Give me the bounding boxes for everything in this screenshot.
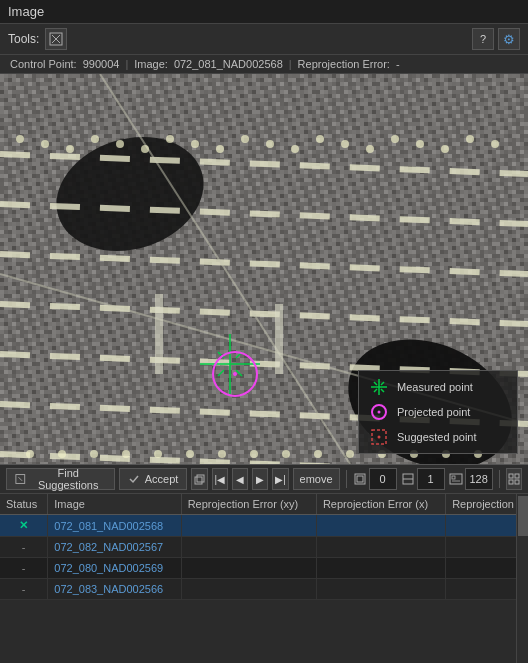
rep-x-cell [316,579,445,600]
table-row[interactable]: -072_083_NAD002566 [0,579,528,600]
rep-xy-cell [181,515,316,537]
projected-label: Projected point [397,406,470,418]
col-rep-x: Reprojection Error (x) [316,494,445,515]
measured-label: Measured point [397,381,473,393]
data-table: Status Image Reprojection Error (xy) Rep… [0,494,528,600]
table-row[interactable]: -072_080_NAD002569 [0,558,528,579]
val2-container: 1 [401,468,445,490]
help-button[interactable]: ? [472,28,494,50]
rep-x-cell [316,515,445,537]
title-label: Image [8,4,44,19]
svg-rect-24 [197,475,204,482]
remove-button[interactable]: emove [293,468,340,490]
table-row[interactable]: -072_082_NAD002567 [0,537,528,558]
edit-tool-button[interactable] [45,28,67,50]
status-dash: - [22,541,26,553]
crop-icon [353,472,367,486]
nav-last-button[interactable]: ▶| [272,468,288,490]
legend-suggested: Suggested point [369,427,507,447]
grid-view-button[interactable] [506,468,522,490]
image-label: Image: [134,58,168,70]
status-dash: - [22,583,26,595]
status-dash: - [22,562,26,574]
svg-line-16 [381,382,384,385]
control-point-label: Control Point: [10,58,77,70]
suggested-icon [369,427,389,447]
settings-button[interactable]: ⚙ [498,28,520,50]
svg-line-14 [381,389,384,392]
copy-icon [194,474,205,485]
table-header-row: Status Image Reprojection Error (xy) Rep… [0,494,528,515]
svg-point-20 [378,436,381,439]
layer-icon [401,472,415,486]
table-wrapper: Status Image Reprojection Error (xy) Rep… [0,494,528,663]
scrollbar[interactable] [516,494,528,663]
control-point-value: 990004 [83,58,120,70]
rep-x-cell [316,558,445,579]
table-row[interactable]: ✕072_081_NAD002568 [0,515,528,537]
val1-display: 0 [369,468,397,490]
projected-icon [369,402,389,422]
bottom-toolbar: Find Suggestions Accept |◀ ◀ ▶ ▶| emove … [0,464,528,494]
svg-point-18 [378,411,381,414]
svg-rect-32 [509,474,513,478]
col-status: Status [0,494,48,515]
status-cell: ✕ [0,515,48,537]
svg-rect-23 [195,477,202,484]
find-icon [15,473,26,485]
image-cell[interactable]: 072_081_NAD002568 [48,515,181,537]
status-cell: - [0,537,48,558]
reprojection-label: Reprojection Error: [298,58,390,70]
accept-icon [128,473,140,485]
svg-rect-34 [509,480,513,484]
toolbar: Tools: ? ⚙ [0,24,528,55]
accept-button[interactable]: Accept [119,468,188,490]
image-link[interactable]: 072_082_NAD002567 [54,541,163,553]
image-link[interactable]: 072_081_NAD002568 [54,520,163,532]
rep-xy-cell [181,537,316,558]
val3-container: 128 [449,468,493,490]
image-cell[interactable]: 072_082_NAD002567 [48,537,181,558]
image-link[interactable]: 072_083_NAD002566 [54,583,163,595]
col-rep-xy: Reprojection Error (xy) [181,494,316,515]
tools-label: Tools: [8,32,39,46]
title-bar: Image [0,0,528,24]
col-image: Image [48,494,181,515]
image-cell[interactable]: 072_080_NAD002569 [48,558,181,579]
val2-display: 1 [417,468,445,490]
legend-measured: Measured point [369,377,507,397]
svg-rect-35 [515,480,519,484]
image-value: 072_081_NAD002568 [174,58,283,70]
val1-container: 0 [353,468,397,490]
scrollbar-thumb[interactable] [518,496,528,536]
image-viewport[interactable]: Measured point Projected point Suggested… [0,74,528,464]
image-cell[interactable]: 072_083_NAD002566 [48,579,181,600]
svg-rect-33 [515,474,519,478]
svg-rect-30 [452,476,455,479]
legend-box: Measured point Projected point Suggested… [358,370,518,454]
nav-prev-button[interactable]: ◀ [232,468,248,490]
rep-xy-cell [181,579,316,600]
measured-icon [369,377,389,397]
svg-line-15 [374,389,377,392]
image-link[interactable]: 072_080_NAD002569 [54,562,163,574]
svg-rect-26 [357,476,363,482]
status-cell: - [0,558,48,579]
legend-projected: Projected point [369,402,507,422]
nav-next-button[interactable]: ▶ [252,468,268,490]
svg-line-22 [19,477,23,481]
grid-icon [508,473,520,485]
val3-display: 128 [465,468,493,490]
image-icon [449,472,463,486]
nav-first-button[interactable]: |◀ [212,468,228,490]
suggested-label: Suggested point [397,431,477,443]
svg-line-13 [374,382,377,385]
info-bar: Control Point: 990004 | Image: 072_081_N… [0,55,528,74]
rep-x-cell [316,537,445,558]
status-cell: - [0,579,48,600]
find-suggestions-button[interactable]: Find Suggestions [6,468,115,490]
copy-button[interactable] [191,468,207,490]
status-check: ✕ [19,519,28,531]
reprojection-value: - [396,58,400,70]
rep-xy-cell [181,558,316,579]
